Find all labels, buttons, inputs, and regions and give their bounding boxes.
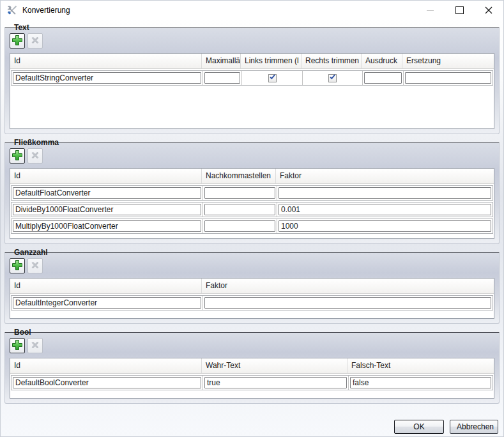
plus-icon (11, 34, 23, 48)
x-icon (30, 260, 40, 272)
table-body (10, 374, 494, 390)
column-header-id[interactable]: Id (10, 358, 202, 373)
id-input[interactable] (13, 220, 201, 232)
column-header-id[interactable]: Id (10, 54, 202, 68)
x-icon (30, 340, 40, 352)
group-text: TextIdMaximallärLinks trimmen (lRechts t… (4, 27, 500, 134)
cell-id (11, 71, 203, 85)
column-header-nachkommastellen[interactable]: Nachkommastellen (202, 169, 276, 183)
add-row-button[interactable] (10, 148, 25, 164)
cell-faktor (277, 186, 493, 200)
column-header-ausdruck[interactable]: Ausdruck (362, 54, 402, 68)
cell-links-trimmen-l (242, 71, 303, 85)
table-body (10, 294, 494, 310)
plus-icon (11, 150, 23, 163)
ersetzung-input[interactable] (405, 72, 491, 84)
ausdruck-input[interactable] (364, 72, 402, 84)
group-label-text: Text (11, 23, 33, 33)
cell-wahr-text (203, 376, 349, 390)
table-row (11, 185, 493, 201)
cell-rechts-trimmen (303, 71, 363, 85)
column-header-faktor[interactable]: Faktor (276, 169, 494, 183)
maximize-button[interactable] (445, 1, 474, 20)
delete-row-button[interactable] (27, 338, 43, 353)
table-row (11, 375, 493, 390)
id-input[interactable] (13, 377, 201, 388)
tools-icon (7, 5, 17, 15)
check-icon (269, 73, 276, 82)
delete-row-button[interactable] (27, 258, 43, 273)
column-header-maximallär[interactable]: Maximallär (202, 54, 241, 68)
cell-id (11, 296, 203, 310)
maximallär-input[interactable] (204, 72, 240, 84)
cell-nachkommastellen (203, 203, 277, 217)
column-header-rechts-trimmen[interactable]: Rechts trimmen (302, 54, 362, 68)
column-header-id[interactable]: Id (10, 169, 202, 183)
links-trimmen-l-checkbox[interactable] (268, 74, 277, 82)
ganzzahl-table: IdFaktor (10, 278, 494, 319)
add-row-button[interactable] (10, 338, 25, 353)
table-row (11, 295, 493, 310)
delete-row-button[interactable] (27, 33, 43, 49)
ok-button[interactable]: OK (394, 420, 444, 434)
faktor-input[interactable] (204, 297, 491, 309)
nachkommastellen-input[interactable] (204, 187, 275, 199)
dialog-footer: OK Abbrechen (1, 412, 503, 436)
window-title: Konvertierung (22, 6, 70, 15)
x-icon (30, 35, 40, 47)
cell-maximallär (203, 71, 242, 85)
rechts-trimmen-checkbox[interactable] (328, 74, 337, 82)
group-label-ganzzahl: Ganzzahl (11, 248, 51, 257)
minimize-button[interactable] (415, 1, 445, 20)
table-header: IdNachkommastellenFaktor (10, 169, 494, 184)
group-label-bool: Bool (11, 328, 34, 337)
toolbar-text (10, 33, 494, 49)
column-header-faktor[interactable]: Faktor (202, 279, 494, 293)
faktor-input[interactable] (279, 187, 491, 199)
cell-faktor (203, 296, 493, 310)
nachkommastellen-input[interactable] (204, 220, 275, 232)
cell-nachkommastellen (203, 219, 277, 233)
title-bar[interactable]: Konvertierung (1, 1, 503, 20)
faktor-input[interactable] (279, 204, 491, 215)
cell-faktor (277, 219, 493, 233)
group-ganzzahl: GanzzahlIdFaktor (4, 252, 500, 324)
column-header-wahr-text[interactable]: Wahr-Text (202, 358, 347, 373)
check-icon (329, 73, 336, 82)
id-input[interactable] (13, 187, 201, 199)
cell-id (11, 186, 203, 200)
text-table: IdMaximallärLinks trimmen (lRechts trimm… (10, 53, 494, 129)
column-header-id[interactable]: Id (10, 279, 202, 293)
column-header-ersetzung[interactable]: Ersetzung (402, 54, 494, 68)
plus-icon (11, 259, 23, 273)
add-row-button[interactable] (10, 33, 25, 49)
x-icon (30, 150, 40, 162)
toolbar-ganzzahl (10, 258, 494, 273)
table-row (11, 70, 493, 86)
toolbar-bool (10, 338, 494, 353)
falsch-text-input[interactable] (350, 377, 491, 388)
faktor-input[interactable] (279, 220, 491, 232)
groups-container: TextIdMaximallärLinks trimmen (lRechts t… (1, 20, 503, 412)
id-input[interactable] (13, 204, 201, 215)
bool-table: IdWahr-TextFalsch-Text (10, 358, 494, 399)
wahr-text-input[interactable] (204, 377, 347, 388)
cell-id (11, 376, 203, 390)
cell-id (11, 203, 203, 217)
window-controls (415, 1, 503, 20)
fliesskomma-table: IdNachkommastellenFaktor (10, 168, 494, 239)
nachkommastellen-input[interactable] (204, 204, 275, 215)
delete-row-button[interactable] (27, 148, 43, 164)
table-row (11, 202, 493, 217)
table-header: IdMaximallärLinks trimmen (lRechts trimm… (10, 54, 494, 69)
add-row-button[interactable] (10, 258, 25, 273)
id-input[interactable] (13, 297, 201, 309)
cell-nachkommastellen (203, 186, 277, 200)
id-input[interactable] (13, 72, 201, 84)
column-header-falsch-text[interactable]: Falsch-Text (347, 358, 494, 373)
maximize-icon (455, 6, 464, 14)
cancel-button[interactable]: Abbrechen (450, 420, 498, 434)
close-button[interactable] (474, 1, 503, 20)
column-header-links-trimmen-l[interactable]: Links trimmen (l (241, 54, 302, 68)
close-icon (485, 6, 493, 14)
